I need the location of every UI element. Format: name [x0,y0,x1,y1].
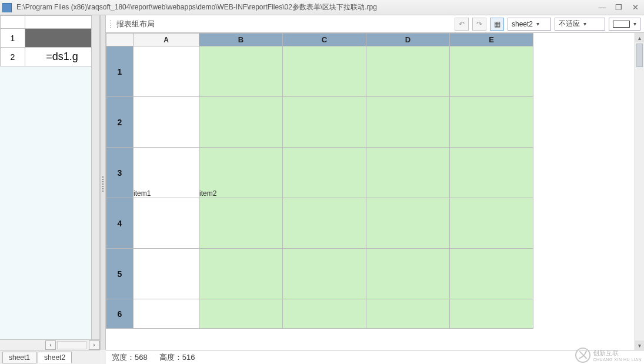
mini-vscroll[interactable] [91,15,99,339]
cell-D3[interactable] [366,148,450,198]
cell-B2[interactable] [199,97,283,148]
tab-sheet1[interactable]: sheet1 [2,352,36,363]
cell-B1[interactable] [199,46,283,97]
cell-B3[interactable]: item2 [199,148,283,198]
mini-grid[interactable]: 1 2 =ds1.g [0,15,99,339]
right-panel: 报表组布局 ↶ ↷ ▦ sheet2 ▾ 不适应 ▾ ▾ [106,15,644,350]
col-header-C[interactable]: C [283,34,366,46]
splitter-grip-icon [102,176,104,192]
row-header-2[interactable]: 2 [106,97,134,148]
cell-D1[interactable] [366,46,450,97]
cell-D2[interactable] [366,97,450,148]
cell-E5[interactable] [450,249,533,299]
fit-mode-value: 不适应 [559,19,580,29]
cell-B6[interactable] [199,299,283,329]
sheet-select-value: sheet2 [512,20,533,28]
cell-E4[interactable] [450,198,533,249]
cell-B4[interactable] [199,198,283,249]
cell-C5[interactable] [283,249,366,299]
mini-corner[interactable] [1,16,25,29]
cell-D6[interactable] [366,299,450,329]
row-header-6[interactable]: 6 [106,299,134,329]
col-header-E[interactable]: E [450,34,533,46]
col-header-D[interactable]: D [366,34,450,46]
col-header-B[interactable]: B [199,34,283,46]
sheet-select[interactable]: sheet2 ▾ [508,18,551,31]
toolbar-title: 报表组布局 [116,19,451,29]
row-header-3[interactable]: 3 [106,148,134,198]
cell-A4[interactable] [134,198,199,249]
undo-button[interactable]: ↶ [455,18,469,31]
app-icon [2,3,12,12]
cell-C4[interactable] [283,198,366,249]
mini-rownum-2[interactable]: 2 [1,48,25,66]
cell-E1[interactable] [450,46,533,97]
vertical-splitter[interactable] [100,15,106,350]
col-header-blank [533,34,633,46]
cell-E6[interactable] [450,299,533,329]
status-height-label: 高度： [159,353,182,362]
cell-B5[interactable] [199,249,283,299]
mini-hscroll-track[interactable] [57,341,86,349]
mini-hscroll-left[interactable]: ‹ [45,340,56,350]
window-title: E:\Program Files (x86)\raqsoft_1804\repo… [16,2,596,12]
cell-A1[interactable] [134,46,199,97]
tab-sheet2[interactable]: sheet2 [38,352,72,363]
minimize-button[interactable]: — [596,3,609,12]
chevron-down-icon: ▾ [633,21,636,27]
col-header-A[interactable]: A [134,34,199,46]
left-panel: 1 2 =ds1.g ‹ › [0,15,100,350]
status-width-label: 宽度： [112,353,135,362]
mini-rownum-1[interactable]: 1 [1,29,25,48]
redo-button[interactable]: ↷ [472,18,486,31]
toolbar-grip-icon [109,19,112,29]
main-area: 1 2 =ds1.g ‹ › 报表组布局 ↶ [0,15,644,350]
cell-C2[interactable] [283,97,366,148]
cell-blank [533,249,633,299]
close-button[interactable]: ✕ [629,3,642,12]
cell-blank [533,299,633,329]
sheet-vscroll[interactable]: ▴ ▾ [635,33,644,350]
color-swatch-icon [613,21,630,28]
titlebar: E:\Program Files (x86)\raqsoft_1804\repo… [0,0,644,15]
cell-D4[interactable] [366,198,450,249]
row-header-5[interactable]: 5 [106,249,134,299]
maximize-button[interactable]: ❐ [612,3,625,12]
cell-A6[interactable] [134,299,199,329]
status-bar: 宽度：568 高度：516 [106,350,644,364]
status-height-value: 516 [182,353,195,362]
cell-blank [533,97,633,148]
cell-A3[interactable]: item1 [134,148,199,198]
item1-label: item1 [134,189,151,198]
cell-D5[interactable] [366,249,450,299]
cell-E2[interactable] [450,97,533,148]
spreadsheet[interactable]: A B C D E 1 [106,33,644,350]
mini-cell-2[interactable]: =ds1.g [25,48,99,66]
cell-blank [533,148,633,198]
cell-E3[interactable] [450,148,533,198]
fit-mode-select[interactable]: 不适应 ▾ [555,18,605,31]
scroll-thumb[interactable] [636,44,643,67]
cell-blank [533,46,633,97]
row-header-1[interactable]: 1 [106,46,134,97]
grid-corner[interactable] [106,34,134,46]
cell-A5[interactable] [134,249,199,299]
window-buttons: — ❐ ✕ [596,3,642,12]
cell-C3[interactable] [283,148,366,198]
item2-label: item2 [199,189,216,198]
cell-C1[interactable] [283,46,366,97]
cell-A2[interactable] [134,97,199,148]
layout-toggle-button[interactable]: ▦ [490,18,504,31]
row-header-4[interactable]: 4 [106,198,134,249]
sheet-tabs: sheet1 sheet2 [0,350,100,364]
mini-colhdr[interactable] [25,16,99,29]
report-toolbar: 报表组布局 ↶ ↷ ▦ sheet2 ▾ 不适应 ▾ ▾ [106,15,644,33]
mini-hscroll[interactable]: ‹ › [0,339,99,350]
mini-cell-1[interactable] [25,29,99,48]
cell-C6[interactable] [283,299,366,329]
mini-hscroll-right[interactable]: › [89,340,99,350]
scroll-up-icon[interactable]: ▴ [635,33,644,42]
scroll-down-icon[interactable]: ▾ [635,340,644,350]
color-select[interactable]: ▾ [609,18,640,31]
cell-blank [533,198,633,249]
